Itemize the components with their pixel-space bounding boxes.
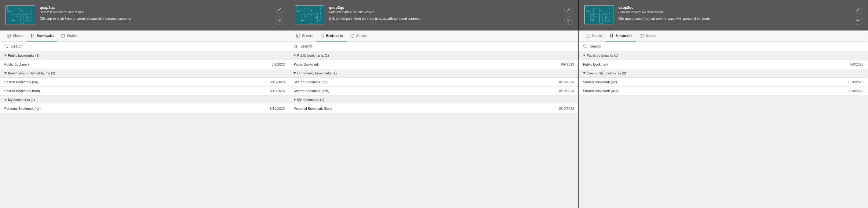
chevron-down-icon xyxy=(293,99,296,101)
tab-label: Stories xyxy=(646,34,656,37)
bookmark-date: 8/10/2023 xyxy=(848,80,863,84)
svg-point-33 xyxy=(588,11,589,12)
chevron-down-icon xyxy=(4,55,7,57)
tab-stories[interactable]: Stories xyxy=(57,31,81,41)
settings-button[interactable] xyxy=(275,16,283,25)
bookmark-row[interactable]: Shared Bookmark (rvr)8/10/2023 xyxy=(289,78,578,86)
tab-stories[interactable]: Stories xyxy=(636,31,660,41)
bookmark-row[interactable]: Shared Bookmark (rvr)8/10/2023 xyxy=(0,78,289,86)
svg-line-15 xyxy=(7,47,8,48)
svg-point-37 xyxy=(592,20,592,21)
tab-sheets[interactable]: Sheets xyxy=(3,31,27,41)
svg-rect-24 xyxy=(297,34,300,37)
bookmark-row[interactable]: Personal Bookmark (rvr)8/10/2023 xyxy=(0,104,289,113)
header-actions xyxy=(854,5,862,25)
sheets-icon xyxy=(7,34,11,38)
bookmark-name: Shared Bookmark (bob) xyxy=(293,89,329,93)
search-row xyxy=(289,42,578,51)
bookmark-name: Shared Bookmark (bob) xyxy=(4,89,40,93)
bookmark-row[interactable]: Shared Bookmark (rvr)8/10/2023 xyxy=(579,78,868,86)
search-icon xyxy=(4,44,8,48)
pencil-icon xyxy=(856,8,860,12)
section-title: Community bookmarks (2) xyxy=(297,71,337,75)
bookmark-name: Shared Bookmark (rvr) xyxy=(293,80,328,84)
bookmark-name: Public Bookmark xyxy=(4,63,30,66)
tab-label: Bookmarks xyxy=(326,34,343,37)
svg-line-31 xyxy=(296,47,298,48)
bookmark-date: 8/10/2023 xyxy=(559,80,574,84)
app-subtitle: Data last loaded: No data loaded xyxy=(618,10,849,14)
settings-button[interactable] xyxy=(854,16,862,25)
svg-point-14 xyxy=(5,45,7,47)
chevron-down-icon xyxy=(4,99,7,101)
stories-icon xyxy=(61,34,65,38)
panel-2: qsop2qc Data last loaded: No data loaded… xyxy=(289,0,579,208)
chevron-down-icon xyxy=(293,55,296,57)
app-thumbnail xyxy=(295,5,324,24)
tab-bookmarks[interactable]: Bookmarks xyxy=(316,31,347,41)
app-description: Qlik app to push from on prem to saas wi… xyxy=(329,17,560,21)
chevron-down-icon xyxy=(583,55,586,57)
app-subtitle: Data last loaded: No data loaded xyxy=(40,10,270,14)
svg-point-2 xyxy=(16,15,17,16)
bookmark-row[interactable]: Shared Bookmark (bob)8/10/2023 xyxy=(289,86,578,96)
bookmark-name: Public Bookmark xyxy=(293,63,319,66)
bookmark-row[interactable]: Public Bookmark8/9/2023 xyxy=(289,60,578,69)
bookmark-date: 8/9/2023 xyxy=(561,63,574,66)
bookmark-row[interactable]: Public Bookmark8/9/2023 xyxy=(579,60,868,69)
svg-point-18 xyxy=(305,15,306,16)
tab-stories[interactable]: Stories xyxy=(347,31,370,41)
bookmark-date: 8/10/2023 xyxy=(270,89,285,93)
svg-point-1 xyxy=(9,11,10,12)
bookmark-row[interactable]: Personal Bookmark (bob)8/10/2023 xyxy=(289,104,578,113)
pencil-icon xyxy=(277,8,281,12)
bookmark-name: Public Bookmark xyxy=(583,63,609,66)
edit-button[interactable] xyxy=(854,5,862,14)
bookmark-row[interactable]: Public Bookmark8/9/2023 xyxy=(0,60,289,69)
header-actions xyxy=(275,5,283,25)
bookmark-row[interactable]: Shared Bookmark (bob)8/10/2023 xyxy=(0,86,289,96)
edit-button[interactable] xyxy=(275,5,283,14)
tab-sheets[interactable]: Sheets xyxy=(582,31,606,41)
svg-point-4 xyxy=(27,17,28,18)
tab-bookmarks[interactable]: Bookmarks xyxy=(606,31,636,41)
search-input[interactable] xyxy=(590,44,863,48)
section-header[interactable]: My bookmarks (1) xyxy=(0,96,289,104)
section-header[interactable]: Community bookmarks (2) xyxy=(289,69,578,78)
bookmark-list: Public bookmarks (1)Public Bookmark8/9/2… xyxy=(289,51,578,208)
tab-sheets[interactable]: Sheets xyxy=(292,31,316,41)
section-header[interactable]: My bookmarks (1) xyxy=(289,96,578,104)
search-input[interactable] xyxy=(11,44,285,48)
section-header[interactable]: Community bookmarks (2) xyxy=(579,69,868,78)
svg-point-35 xyxy=(600,10,601,11)
svg-point-7 xyxy=(279,20,280,21)
tab-label: Bookmarks xyxy=(615,34,632,37)
svg-point-30 xyxy=(294,45,297,47)
app-info: qsop2qc Data last loaded: No data loaded… xyxy=(40,5,270,21)
bookmark-date: 8/10/2023 xyxy=(559,89,574,93)
panel-1: qsop2qc Data last loaded: No data loaded… xyxy=(0,0,289,208)
section-title: Community bookmarks (2) xyxy=(587,71,626,75)
app-header: qsop2qc Data last loaded: No data loaded… xyxy=(579,0,868,31)
section-header[interactable]: Public bookmarks (1) xyxy=(0,51,289,60)
search-input[interactable] xyxy=(300,44,574,48)
svg-point-17 xyxy=(299,11,299,12)
gear-icon xyxy=(277,19,281,23)
section-header[interactable]: Public bookmarks (1) xyxy=(579,51,868,60)
section-header[interactable]: Bookmarks published by me (2) xyxy=(0,69,289,78)
stories-icon xyxy=(350,34,354,38)
search-row xyxy=(0,42,289,51)
app-info: qsop2qc Data last loaded: No data loaded… xyxy=(329,5,560,21)
sheets-icon xyxy=(586,34,590,38)
bookmark-name: Personal Bookmark (bob) xyxy=(293,107,332,110)
edit-button[interactable] xyxy=(564,5,573,14)
tab-bookmarks[interactable]: Bookmarks xyxy=(27,31,57,41)
svg-rect-40 xyxy=(586,34,589,37)
section-header[interactable]: Public bookmarks (1) xyxy=(289,51,578,60)
settings-button[interactable] xyxy=(564,16,573,25)
bookmark-row[interactable]: Shared Bookmark (bob)8/10/2023 xyxy=(579,86,868,96)
bookmark-name: Personal Bookmark (rvr) xyxy=(4,107,41,110)
bookmark-name: Shared Bookmark (rvr) xyxy=(4,80,38,84)
svg-point-34 xyxy=(595,15,595,16)
app-title: qsop2qc xyxy=(329,5,560,10)
